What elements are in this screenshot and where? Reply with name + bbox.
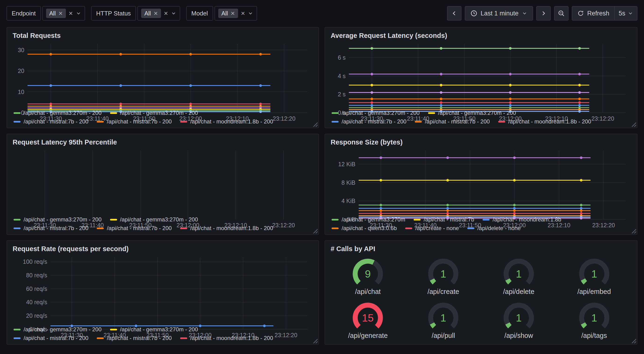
legend-series-swatch	[498, 121, 505, 123]
legend-series-swatch	[467, 227, 474, 229]
legend-series-swatch	[428, 112, 435, 114]
legend-item[interactable]: /api/chat - mistral:7b - 200	[14, 118, 88, 125]
panel-resize-handle[interactable]	[632, 338, 636, 343]
remove-value-icon[interactable]: ×	[154, 10, 158, 17]
clear-filter-icon[interactable]: ×	[241, 10, 245, 17]
legend-item[interactable]: /api/chat - moondream:1.8b - 200	[498, 118, 591, 125]
latency-p95-chart[interactable]: 23:11:3023:11:4023:11:5023:12:0023:12:10…	[12, 148, 313, 214]
clear-filter-icon[interactable]: ×	[69, 10, 73, 17]
legend-item[interactable]: /api/chat - mistral:7b - 200	[14, 225, 88, 231]
legend-item[interactable]: /api/chat - gemma3:270m - 200	[110, 326, 198, 333]
refresh-button[interactable]: Refresh	[572, 6, 615, 21]
time-range-picker[interactable]: Last 1 minute	[465, 6, 533, 21]
legend-item[interactable]: /api/chat - mistral:7b - 200	[97, 225, 172, 231]
legend-series-swatch	[14, 112, 20, 114]
legend-item[interactable]: /api/chat - mistral:7b - 200	[332, 118, 406, 125]
legend-item[interactable]: /api/chat - moondream:1.8b - 200	[180, 225, 273, 231]
filter-value-chip[interactable]: All ×	[218, 9, 238, 18]
refresh-interval-picker[interactable]: 5s	[615, 6, 638, 21]
gauge-api-chat: 9/api/chat	[346, 256, 390, 295]
panel-resize-handle[interactable]	[632, 229, 636, 233]
filter-value-chip[interactable]: All ×	[46, 9, 66, 18]
legend-row: /api/chat - mistral:7b - 200/api/chat - …	[14, 225, 313, 231]
legend-item[interactable]: /api/chat - gemma3:270m - 200	[332, 110, 420, 116]
panel-title[interactable]: Request Latency 95th Percentile	[12, 138, 313, 146]
legend-series-swatch	[332, 227, 338, 229]
filter-http-status-value[interactable]: All × ×	[138, 6, 180, 21]
legend-row: /api/chat - gemma3:270m - 200/api/chat -…	[14, 110, 313, 116]
panel-resize-handle[interactable]	[313, 229, 318, 233]
panel-title[interactable]: Average Request Latency (seconds)	[331, 32, 632, 40]
legend-row: /api/chat - mistral:7b - 200/api/chat - …	[14, 335, 313, 341]
legend-series-swatch	[482, 219, 490, 220]
panel-resize-handle[interactable]	[313, 338, 318, 343]
gauge-label: /api/show	[504, 332, 533, 339]
legend-series-swatch	[110, 112, 117, 114]
legend-item[interactable]: /api/chat - gemma3:270m - 200	[110, 216, 198, 223]
legend-item[interactable]: /api/chat - mistral:7b - 200	[415, 118, 490, 125]
average-latency-chart[interactable]: 0 s2 s4 s6 s23:11:3023:11:4023:11:5023:1…	[330, 41, 632, 107]
svg-text:100 req/s: 100 req/s	[23, 258, 47, 265]
time-shift-forward-button[interactable]	[536, 6, 551, 21]
legend-item[interactable]: /api/chat - gemma3:270m - 200	[14, 326, 102, 333]
remove-value-icon[interactable]: ×	[58, 10, 62, 17]
legend-item[interactable]: /api/chat - gemma3:270m - 200	[428, 110, 516, 116]
panel-title[interactable]: # Calls by API	[331, 245, 632, 253]
legend-series-swatch	[332, 121, 338, 123]
filter-model-value[interactable]: All × ×	[214, 6, 257, 21]
filter-endpoint-value[interactable]: All × ×	[42, 6, 85, 21]
legend-item[interactable]: /api/chat - mistral:7b - 200	[97, 335, 172, 341]
zoom-out-button[interactable]	[554, 6, 568, 21]
legend-item[interactable]: /api/chat - gemma3:270m - 200	[110, 110, 198, 116]
legend-series-label: /api/chat - mistral:7b - 200	[24, 225, 88, 231]
response-size-chart[interactable]: 0 B4 KiB8 KiB12 KiB23:11:3023:11:4023:11…	[330, 148, 632, 214]
svg-text:6 s: 6 s	[338, 54, 346, 61]
refresh-group: Refresh 5s	[572, 6, 638, 21]
legend-series-label: /api/chat - gemma3:270m - 200	[120, 216, 198, 223]
legend-item[interactable]: /api/chat - moondream:1.8b	[482, 216, 561, 223]
request-rate-chart[interactable]: 0 req/s20 req/s40 req/s60 req/s80 req/s1…	[12, 254, 313, 324]
time-range-label: Last 1 minute	[481, 10, 518, 17]
gauge-label: /api/delete	[503, 288, 534, 295]
panel-title[interactable]: Request Rate (requests per second)	[12, 245, 313, 253]
legend-series-label: /api/chat - gemma3:270m - 200	[24, 326, 102, 333]
panel-title[interactable]: Response Size (bytes)	[331, 138, 632, 146]
gauge-label: /api/pull	[432, 332, 455, 339]
svg-text:8 KiB: 8 KiB	[342, 179, 356, 186]
filter-value: All	[222, 10, 228, 17]
time-shift-back-button[interactable]	[447, 6, 462, 21]
legend-series-label: /api/create - none	[415, 225, 459, 231]
legend-series-label: /api/chat - moondream:1.8b - 200	[190, 225, 273, 231]
legend-series-label: /api/chat - gemma3:270m - 200	[342, 110, 420, 116]
svg-text:60 req/s: 60 req/s	[26, 285, 47, 292]
legend-item[interactable]: /api/chat - mistral:7b - 200	[14, 335, 88, 341]
legend-item[interactable]: /api/chat - gemma3:270m	[332, 216, 405, 223]
svg-text:9: 9	[365, 268, 371, 280]
filter-value: All	[49, 10, 56, 17]
panel-resize-handle[interactable]	[313, 122, 318, 127]
chevron-down-icon	[628, 11, 633, 16]
legend-series-swatch	[14, 337, 20, 339]
panel-resize-handle[interactable]	[632, 122, 636, 127]
legend-item[interactable]: /api/delete - none	[467, 225, 520, 231]
legend-item[interactable]: /api/chat - moondream:1.8b - 200	[180, 118, 273, 125]
chevron-down-icon	[248, 11, 253, 16]
legend-item[interactable]: /api/chat - gemma3:270m - 200	[14, 216, 102, 223]
legend-item[interactable]: /api/chat - qwen3:0.6b	[332, 225, 397, 231]
filter-value-chip[interactable]: All ×	[141, 9, 161, 18]
total-requests-chart[interactable]: 010203023:11:3023:11:4023:11:5023:12:002…	[12, 41, 313, 107]
legend-series-label: /api/chat - moondream:1.8b - 200	[190, 118, 273, 125]
legend-item[interactable]: /api/chat - mistral:7b	[414, 216, 474, 223]
legend-item[interactable]: /api/chat - mistral:7b - 200	[97, 118, 172, 125]
legend-item[interactable]: /api/create - none	[405, 225, 459, 231]
legend-series-swatch	[14, 329, 20, 330]
legend-item[interactable]: /api/chat - gemma3:270m - 200	[14, 110, 102, 116]
legend-row: /api/chat - mistral:7b - 200/api/chat - …	[332, 118, 632, 125]
clear-filter-icon[interactable]: ×	[164, 10, 168, 17]
svg-text:1: 1	[440, 312, 446, 324]
remove-value-icon[interactable]: ×	[231, 10, 235, 17]
legend-item[interactable]: /api/chat - moondream:1.8b - 200	[180, 335, 273, 341]
gauge-api-embed: 1/api/embed	[572, 256, 616, 295]
panel-title[interactable]: Total Requests	[12, 32, 313, 40]
legend-series-label: /api/chat - qwen3:0.6b	[342, 225, 397, 231]
